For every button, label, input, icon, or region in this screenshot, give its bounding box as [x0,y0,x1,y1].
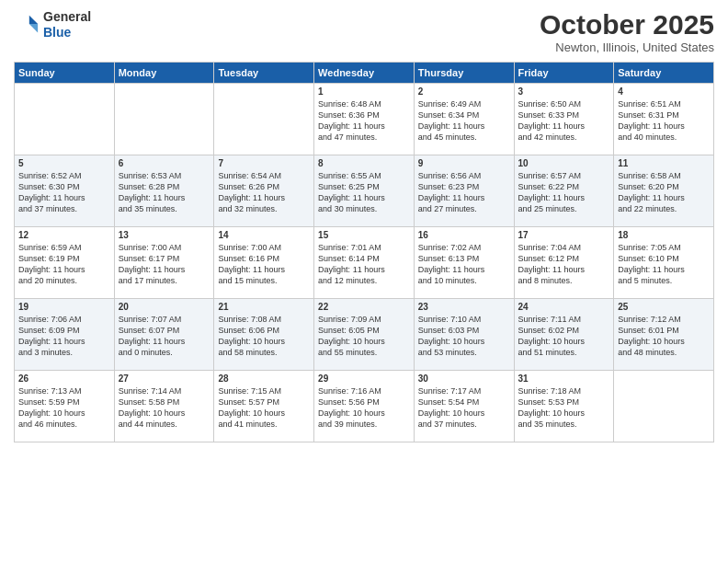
day-number: 20 [119,302,210,312]
day-number: 8 [318,158,410,168]
day-content: Sunrise: 7:18 AM Sunset: 5:53 PM Dayligh… [518,385,610,431]
weekday-header-sunday: Sunday [15,63,115,84]
weekday-header-row: SundayMondayTuesdayWednesdayThursdayFrid… [15,63,714,84]
day-content: Sunrise: 6:56 AM Sunset: 6:23 PM Dayligh… [418,170,510,215]
day-content: Sunrise: 6:51 AM Sunset: 6:31 PM Dayligh… [618,98,710,144]
day-number: 29 [318,373,410,384]
day-number: 31 [518,373,610,384]
day-content: Sunrise: 7:05 AM Sunset: 6:10 PM Dayligh… [618,242,710,287]
day-number: 18 [618,230,710,240]
calendar-table: SundayMondayTuesdayWednesdayThursdayFrid… [14,62,714,442]
weekday-header-monday: Monday [114,63,214,84]
day-content: Sunrise: 6:55 AM Sunset: 6:25 PM Dayligh… [318,170,410,215]
day-number: 24 [518,302,610,312]
weekday-header-tuesday: Tuesday [214,63,314,84]
logo-line2: Blue [43,25,91,40]
day-content: Sunrise: 7:02 AM Sunset: 6:13 PM Dayligh… [418,242,510,287]
day-number: 15 [318,230,410,240]
day-number: 14 [218,230,310,240]
day-number: 28 [218,373,310,384]
day-number: 11 [618,158,710,168]
day-content: Sunrise: 7:08 AM Sunset: 6:06 PM Dayligh… [218,314,310,359]
day-cell: 1Sunrise: 6:48 AM Sunset: 6:36 PM Daylig… [314,84,415,155]
day-cell: 28Sunrise: 7:15 AM Sunset: 5:57 PM Dayli… [214,371,314,442]
day-content: Sunrise: 6:49 AM Sunset: 6:34 PM Dayligh… [418,98,510,144]
day-cell: 24Sunrise: 7:11 AM Sunset: 6:02 PM Dayli… [514,299,614,371]
day-number: 26 [18,373,110,384]
day-cell: 20Sunrise: 7:07 AM Sunset: 6:07 PM Dayli… [114,299,214,371]
day-cell: 11Sunrise: 6:58 AM Sunset: 6:20 PM Dayli… [614,155,714,227]
day-cell: 4Sunrise: 6:51 AM Sunset: 6:31 PM Daylig… [614,84,714,155]
logo-text: General Blue [43,9,91,40]
day-cell: 5Sunrise: 6:52 AM Sunset: 6:30 PM Daylig… [15,155,115,227]
day-cell: 17Sunrise: 7:04 AM Sunset: 6:12 PM Dayli… [514,227,614,299]
day-cell [214,84,314,155]
weekday-header-wednesday: Wednesday [314,63,415,84]
calendar-title: October 2025 [540,9,714,40]
logo: General Blue [14,9,91,40]
day-cell [15,84,115,155]
day-number: 25 [618,302,710,312]
day-content: Sunrise: 6:59 AM Sunset: 6:19 PM Dayligh… [18,242,110,287]
day-number: 1 [318,86,410,97]
svg-marker-1 [29,24,38,32]
header: General Blue October 2025 Newton, Illino… [14,9,714,54]
day-cell: 7Sunrise: 6:54 AM Sunset: 6:26 PM Daylig… [214,155,314,227]
day-number: 13 [119,230,210,240]
week-row-3: 19Sunrise: 7:06 AM Sunset: 6:09 PM Dayli… [15,299,714,371]
day-content: Sunrise: 7:01 AM Sunset: 6:14 PM Dayligh… [318,242,410,287]
day-content: Sunrise: 7:11 AM Sunset: 6:02 PM Dayligh… [518,314,610,359]
day-number: 10 [518,158,610,168]
calendar-page: General Blue October 2025 Newton, Illino… [0,0,728,563]
day-number: 21 [218,302,310,312]
day-cell [114,84,214,155]
day-number: 3 [518,86,610,97]
day-number: 5 [18,158,110,168]
day-cell: 18Sunrise: 7:05 AM Sunset: 6:10 PM Dayli… [614,227,714,299]
logo-icon [14,12,40,38]
day-cell: 25Sunrise: 7:12 AM Sunset: 6:01 PM Dayli… [614,299,714,371]
day-content: Sunrise: 6:54 AM Sunset: 6:26 PM Dayligh… [218,170,310,215]
day-cell: 19Sunrise: 7:06 AM Sunset: 6:09 PM Dayli… [15,299,115,371]
weekday-header-saturday: Saturday [614,63,714,84]
day-cell: 8Sunrise: 6:55 AM Sunset: 6:25 PM Daylig… [314,155,415,227]
day-cell: 30Sunrise: 7:17 AM Sunset: 5:54 PM Dayli… [414,371,514,442]
week-row-2: 12Sunrise: 6:59 AM Sunset: 6:19 PM Dayli… [15,227,714,299]
day-content: Sunrise: 7:06 AM Sunset: 6:09 PM Dayligh… [18,314,110,359]
day-content: Sunrise: 7:00 AM Sunset: 6:16 PM Dayligh… [218,242,310,287]
weekday-header-friday: Friday [514,63,614,84]
day-cell: 15Sunrise: 7:01 AM Sunset: 6:14 PM Dayli… [314,227,415,299]
day-cell: 27Sunrise: 7:14 AM Sunset: 5:58 PM Dayli… [114,371,214,442]
day-number: 6 [119,158,210,168]
day-number: 19 [18,302,110,312]
week-row-1: 5Sunrise: 6:52 AM Sunset: 6:30 PM Daylig… [15,155,714,227]
day-number: 9 [418,158,510,168]
day-content: Sunrise: 7:15 AM Sunset: 5:57 PM Dayligh… [218,385,310,431]
day-cell: 16Sunrise: 7:02 AM Sunset: 6:13 PM Dayli… [414,227,514,299]
day-cell: 31Sunrise: 7:18 AM Sunset: 5:53 PM Dayli… [514,371,614,442]
day-number: 12 [18,230,110,240]
day-content: Sunrise: 7:12 AM Sunset: 6:01 PM Dayligh… [618,314,710,359]
day-content: Sunrise: 7:09 AM Sunset: 6:05 PM Dayligh… [318,314,410,359]
svg-marker-0 [29,16,38,24]
day-content: Sunrise: 6:58 AM Sunset: 6:20 PM Dayligh… [618,170,710,215]
calendar-subtitle: Newton, Illinois, United States [540,40,714,54]
day-content: Sunrise: 7:16 AM Sunset: 5:56 PM Dayligh… [318,385,410,431]
day-cell: 2Sunrise: 6:49 AM Sunset: 6:34 PM Daylig… [414,84,514,155]
day-content: Sunrise: 6:52 AM Sunset: 6:30 PM Dayligh… [18,170,110,215]
day-content: Sunrise: 6:53 AM Sunset: 6:28 PM Dayligh… [119,170,210,215]
day-number: 4 [618,86,710,97]
day-cell: 21Sunrise: 7:08 AM Sunset: 6:06 PM Dayli… [214,299,314,371]
day-number: 16 [418,230,510,240]
logo-line1: General [43,9,91,25]
day-number: 2 [418,86,510,97]
day-cell: 3Sunrise: 6:50 AM Sunset: 6:33 PM Daylig… [514,84,614,155]
day-content: Sunrise: 7:14 AM Sunset: 5:58 PM Dayligh… [119,385,210,431]
day-content: Sunrise: 7:13 AM Sunset: 5:59 PM Dayligh… [18,385,110,431]
week-row-0: 1Sunrise: 6:48 AM Sunset: 6:36 PM Daylig… [15,84,714,155]
day-content: Sunrise: 6:48 AM Sunset: 6:36 PM Dayligh… [318,98,410,144]
day-cell: 10Sunrise: 6:57 AM Sunset: 6:22 PM Dayli… [514,155,614,227]
day-cell: 9Sunrise: 6:56 AM Sunset: 6:23 PM Daylig… [414,155,514,227]
day-number: 17 [518,230,610,240]
day-content: Sunrise: 7:10 AM Sunset: 6:03 PM Dayligh… [418,314,510,359]
